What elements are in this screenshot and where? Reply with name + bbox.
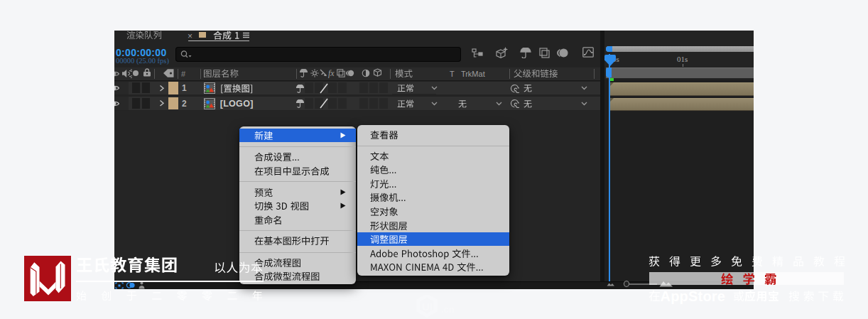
svg-text:UI: UI bbox=[422, 301, 433, 313]
svg-text:.cn: .cn bbox=[441, 304, 455, 315]
